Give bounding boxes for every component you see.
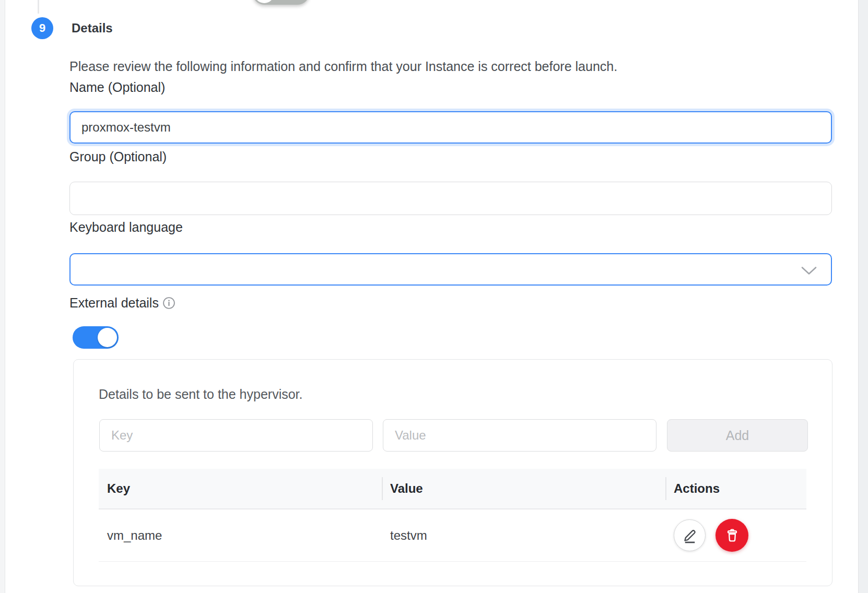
hypervisor-details-panel: Details to be sent to the hypervisor. Ad… bbox=[73, 359, 832, 586]
toggle-knob bbox=[254, 0, 274, 3]
step-number: 9 bbox=[39, 21, 45, 35]
group-input[interactable] bbox=[69, 182, 832, 215]
row-actions-cell bbox=[665, 519, 806, 552]
value-input[interactable] bbox=[383, 419, 656, 452]
chevron-down-icon bbox=[801, 266, 817, 278]
left-page-gutter bbox=[0, 0, 5, 593]
table-header-key: Key bbox=[99, 469, 382, 508]
table-header-row: Key Value Actions bbox=[99, 469, 806, 509]
table-header-value: Value bbox=[382, 469, 665, 508]
name-field-label: Name (Optional) bbox=[69, 80, 165, 94]
wizard-step-page: 9 Details Please review the following in… bbox=[0, 0, 868, 593]
keyboard-language-label: Keyboard language bbox=[69, 220, 183, 234]
stepper-connector-line bbox=[38, 0, 39, 14]
toggle-knob bbox=[98, 328, 117, 347]
name-input[interactable] bbox=[69, 111, 832, 144]
add-button[interactable]: Add bbox=[667, 419, 808, 452]
row-value-cell: testvm bbox=[382, 528, 665, 543]
external-details-toggle[interactable] bbox=[73, 326, 119, 349]
right-scrollbar-track[interactable] bbox=[858, 0, 868, 593]
step-number-badge: 9 bbox=[31, 17, 53, 39]
step-title: Details bbox=[72, 21, 113, 35]
group-field-label: Group (Optional) bbox=[69, 149, 167, 164]
external-details-label: External details bbox=[69, 295, 159, 310]
row-key-cell: vm_name bbox=[99, 528, 382, 543]
edit-row-button[interactable] bbox=[674, 519, 706, 551]
pencil-icon bbox=[682, 528, 698, 543]
step-description: Please review the following information … bbox=[69, 58, 617, 74]
keyboard-language-select[interactable] bbox=[69, 253, 832, 286]
details-table: Key Value Actions vm_name testvm bbox=[99, 469, 806, 562]
external-details-label-row: External details bbox=[69, 295, 175, 310]
key-input[interactable] bbox=[99, 419, 373, 452]
previous-step-toggle[interactable] bbox=[253, 0, 309, 5]
info-icon[interactable] bbox=[162, 296, 175, 310]
trash-icon bbox=[724, 528, 740, 543]
table-header-actions: Actions bbox=[665, 469, 806, 508]
hypervisor-panel-description: Details to be sent to the hypervisor. bbox=[99, 386, 303, 402]
delete-row-button[interactable] bbox=[715, 519, 748, 552]
table-row: vm_name testvm bbox=[99, 509, 806, 562]
